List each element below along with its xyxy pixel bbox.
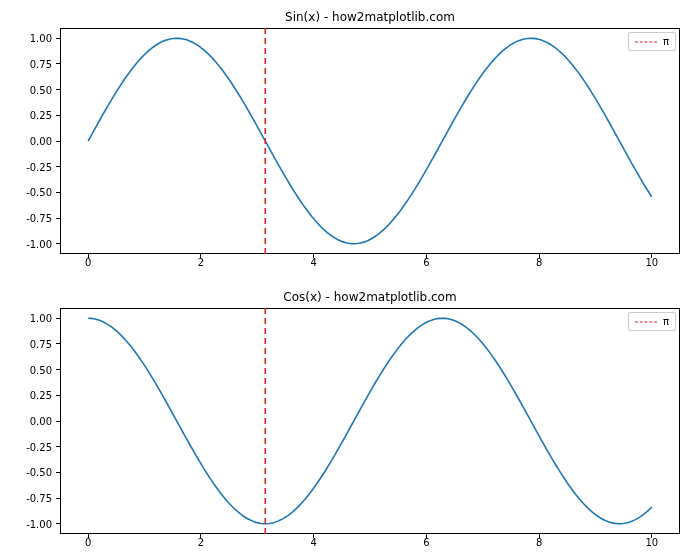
ytick-label: 0.00 (30, 136, 52, 147)
ytick-mark (56, 63, 60, 64)
legend-swatch-pi (635, 37, 657, 47)
subplot-sin: Sin(x) - how2matplotlib.com π -1.00-0.75… (60, 28, 680, 254)
ytick-mark (56, 369, 60, 370)
ytick-mark (56, 395, 60, 396)
ytick-label: 0.25 (30, 390, 52, 401)
ytick-label: -1.00 (26, 238, 52, 249)
xtick-mark (88, 534, 89, 538)
ytick-label: 0.00 (30, 416, 52, 427)
xtick-label: 8 (536, 257, 542, 268)
xtick-mark (200, 254, 201, 258)
figure: Sin(x) - how2matplotlib.com π -1.00-0.75… (0, 0, 700, 560)
plot-area-sin (60, 28, 680, 254)
ytick-label: -0.75 (26, 493, 52, 504)
ytick-mark (56, 472, 60, 473)
xtick-label: 8 (536, 537, 542, 548)
plot-area-cos (60, 308, 680, 534)
ytick-label: -0.50 (26, 187, 52, 198)
xtick-label: 6 (423, 257, 429, 268)
xtick-mark (426, 534, 427, 538)
ytick-label: -0.75 (26, 213, 52, 224)
ytick-label: 1.00 (30, 33, 52, 44)
xtick-mark (651, 254, 652, 258)
xtick-mark (88, 254, 89, 258)
xtick-mark (313, 254, 314, 258)
xtick-label: 2 (198, 257, 204, 268)
xtick-label: 4 (310, 257, 316, 268)
ytick-mark (56, 523, 60, 524)
ytick-mark (56, 446, 60, 447)
ytick-mark (56, 89, 60, 90)
ytick-label: -0.25 (26, 161, 52, 172)
xtick-mark (651, 534, 652, 538)
xtick-label: 0 (85, 537, 91, 548)
ytick-label: -1.00 (26, 518, 52, 529)
ytick-mark (56, 318, 60, 319)
xtick-mark (539, 254, 540, 258)
ytick-mark (56, 166, 60, 167)
subplot-cos: Cos(x) - how2matplotlib.com π -1.00-0.75… (60, 308, 680, 534)
ytick-label: 0.75 (30, 58, 52, 69)
legend-label-pi: π (663, 316, 669, 327)
ytick-mark (56, 218, 60, 219)
cos-curve (88, 318, 652, 523)
ytick-label: -0.25 (26, 441, 52, 452)
ytick-label: 0.50 (30, 364, 52, 375)
ytick-mark (56, 343, 60, 344)
xtick-mark (313, 534, 314, 538)
xtick-label: 10 (645, 537, 658, 548)
legend-label-pi: π (663, 36, 669, 47)
legend-swatch-pi (635, 317, 657, 327)
ytick-mark (56, 115, 60, 116)
xtick-label: 0 (85, 257, 91, 268)
xtick-mark (539, 534, 540, 538)
ytick-label: 0.25 (30, 110, 52, 121)
ytick-mark (56, 421, 60, 422)
legend-sin: π (628, 32, 676, 51)
ytick-mark (56, 192, 60, 193)
xtick-mark (426, 254, 427, 258)
ytick-label: 0.50 (30, 84, 52, 95)
ytick-mark (56, 38, 60, 39)
sin-curve (88, 38, 652, 243)
xtick-mark (200, 534, 201, 538)
chart-title-sin: Sin(x) - how2matplotlib.com (60, 10, 680, 24)
xtick-label: 4 (310, 537, 316, 548)
xtick-label: 6 (423, 537, 429, 548)
legend-cos: π (628, 312, 676, 331)
ytick-mark (56, 141, 60, 142)
chart-title-cos: Cos(x) - how2matplotlib.com (60, 290, 680, 304)
ytick-label: 0.75 (30, 338, 52, 349)
ytick-label: 1.00 (30, 313, 52, 324)
xtick-label: 2 (198, 537, 204, 548)
xtick-label: 10 (645, 257, 658, 268)
ytick-mark (56, 498, 60, 499)
ytick-mark (56, 243, 60, 244)
ytick-label: -0.50 (26, 467, 52, 478)
